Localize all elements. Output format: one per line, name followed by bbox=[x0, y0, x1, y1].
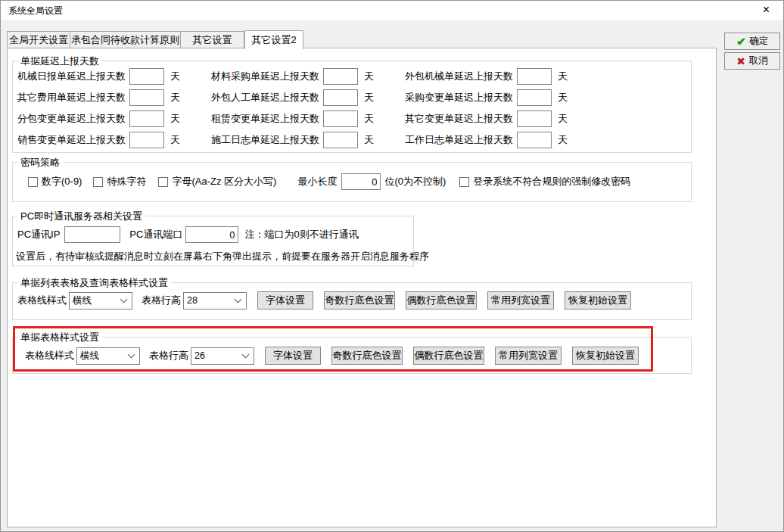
delay-days-input[interactable] bbox=[323, 89, 358, 106]
tab-global-switch-settings[interactable]: 全局开关设置 bbox=[7, 31, 70, 48]
delay-field-label: 其它变更单延迟上报天数 bbox=[405, 112, 517, 126]
delay-field: 机械日报单延迟上报天数天 bbox=[17, 68, 211, 85]
checkbox-digits[interactable] bbox=[28, 177, 38, 187]
pc-port-note: 注：端口为0则不进行通讯 bbox=[244, 228, 358, 241]
tab-other-settings[interactable]: 其它设置 bbox=[181, 31, 244, 48]
delay-days-input[interactable] bbox=[517, 132, 552, 148]
list-even-row-color-button[interactable]: 偶数行底色设置 bbox=[406, 291, 477, 310]
min-length-suffix: 位(0为不控制) bbox=[384, 175, 446, 188]
checkbox-special-chars-label: 特殊字符 bbox=[107, 175, 146, 188]
tab-contract-receivable-rules[interactable]: 承包合同待收款计算原则 bbox=[70, 31, 181, 48]
checkbox-force-password-change[interactable] bbox=[459, 177, 469, 187]
group-doc-table-style: 单据表格样式设置 表格线样式 横线 表格行高 26 字体设置 奇数行底色设置 偶… bbox=[12, 337, 692, 374]
delay-days-input[interactable] bbox=[323, 110, 358, 127]
doc-even-row-color-button[interactable]: 偶数行底色设置 bbox=[413, 347, 484, 365]
close-icon: × bbox=[763, 3, 770, 16]
line-style-label: 表格线样式 bbox=[25, 349, 74, 362]
row-height-label: 表格行高 bbox=[149, 349, 188, 362]
delay-field: 工作日志单延迟上报天数天 bbox=[405, 132, 688, 148]
password-policy-row: 数字(0-9) 特殊字符 字母(Aa-Zz 区分大小写) 最小长度 位(0为不控… bbox=[28, 174, 630, 189]
delay-days-input[interactable] bbox=[517, 89, 552, 106]
unit-label: 天 bbox=[558, 112, 568, 126]
delay-field-label: 租赁变更单延迟上报天数 bbox=[211, 112, 323, 126]
ok-button[interactable]: ✔ 确定 bbox=[724, 33, 780, 50]
doc-row-height-value: 26 bbox=[191, 350, 243, 361]
checkbox-letters[interactable] bbox=[158, 177, 168, 187]
doc-font-settings-button[interactable]: 字体设置 bbox=[265, 347, 321, 365]
list-reset-defaults-button[interactable]: 恢复初始设置 bbox=[565, 291, 631, 310]
unit-label: 天 bbox=[170, 91, 180, 104]
doc-column-width-button[interactable]: 常用列宽设置 bbox=[495, 347, 562, 365]
delay-field-label: 材料采购单延迟上报天数 bbox=[211, 70, 323, 83]
group-delay-report-days: 单据延迟上报天数 机械日报单延迟上报天数天 材料采购单延迟上报天数天 外包机械单… bbox=[12, 61, 692, 153]
list-column-width-button[interactable]: 常用列宽设置 bbox=[487, 291, 554, 310]
delay-days-input[interactable] bbox=[129, 68, 164, 85]
delay-days-input[interactable] bbox=[517, 68, 552, 85]
delay-field-label: 外包机械单延迟上报天数 bbox=[405, 70, 517, 83]
delay-days-input[interactable] bbox=[323, 68, 358, 85]
tab-page-other-settings-2: 单据延迟上报天数 机械日报单延迟上报天数天 材料采购单延迟上报天数天 外包机械单… bbox=[7, 48, 717, 527]
row-height-label: 表格行高 bbox=[142, 294, 181, 307]
chevron-down-icon bbox=[120, 296, 128, 303]
unit-label: 天 bbox=[364, 91, 374, 104]
doc-line-style-value: 横线 bbox=[77, 350, 129, 362]
doc-reset-defaults-button[interactable]: 恢复初始设置 bbox=[572, 347, 639, 365]
delay-field-label: 外包人工单延迟上报天数 bbox=[211, 91, 323, 104]
ok-button-label: 确定 bbox=[749, 35, 768, 48]
list-row-height-value: 28 bbox=[184, 295, 235, 306]
delay-days-input[interactable] bbox=[129, 89, 164, 106]
line-style-label: 表格线样式 bbox=[17, 294, 67, 307]
list-odd-row-color-button[interactable]: 奇数行底色设置 bbox=[324, 291, 395, 310]
pc-settings-row: PC通讯IP PC通讯端口 注：端口为0则不进行通讯 bbox=[17, 226, 359, 244]
chevron-down-icon bbox=[242, 351, 250, 359]
delay-field-label: 销售变更单延迟上报天数 bbox=[17, 133, 129, 147]
cancel-button-label: 取消 bbox=[749, 54, 768, 67]
checkbox-force-password-change-label: 登录系统不符合规则的强制修改密码 bbox=[473, 175, 630, 188]
unit-label: 天 bbox=[170, 70, 180, 83]
doc-line-style-select[interactable]: 横线 bbox=[76, 347, 140, 365]
list-line-style-select[interactable]: 横线 bbox=[69, 292, 132, 310]
unit-label: 天 bbox=[364, 112, 374, 126]
delay-field: 销售变更单延迟上报天数天 bbox=[17, 132, 211, 148]
unit-label: 天 bbox=[170, 133, 180, 147]
settings-dialog: 系统全局设置 × 全局开关设置 承包合同待收款计算原则 其它设置 其它设置2 ✔… bbox=[0, 0, 784, 532]
close-button[interactable]: × bbox=[749, 1, 783, 20]
titlebar: 系统全局设置 × bbox=[1, 1, 783, 20]
doc-odd-row-color-button[interactable]: 奇数行底色设置 bbox=[331, 347, 403, 365]
delay-field: 采购变更单延迟上报天数天 bbox=[405, 89, 688, 106]
delay-field: 材料采购单延迟上报天数天 bbox=[211, 68, 405, 85]
delay-days-input[interactable] bbox=[323, 132, 358, 148]
delay-grid: 机械日报单延迟上报天数天 材料采购单延迟上报天数天 外包机械单延迟上报天数天 其… bbox=[17, 68, 688, 148]
unit-label: 天 bbox=[558, 70, 568, 83]
cancel-button[interactable]: ✖ 取消 bbox=[724, 52, 780, 70]
list-line-style-value: 横线 bbox=[70, 294, 121, 307]
unit-label: 天 bbox=[364, 133, 374, 147]
delay-days-input[interactable] bbox=[517, 110, 552, 127]
delay-field-label: 采购变更单延迟上报天数 bbox=[405, 91, 517, 104]
list-table-style-row: 表格线样式 横线 表格行高 28 字体设置 奇数行底色设置 偶数行底色设置 常用… bbox=[17, 291, 631, 310]
unit-label: 天 bbox=[558, 133, 568, 147]
delay-field: 其它费用单延迟上报天数天 bbox=[17, 89, 211, 106]
min-length-input[interactable] bbox=[341, 173, 381, 190]
delay-field: 其它变更单延迟上报天数天 bbox=[405, 110, 688, 127]
delay-days-input[interactable] bbox=[129, 132, 164, 148]
doc-row-height-select[interactable]: 26 bbox=[191, 347, 254, 365]
delay-field-label: 工作日志单延迟上报天数 bbox=[405, 133, 517, 147]
group-pc-title: PC即时通讯服务器相关设置 bbox=[17, 210, 145, 222]
pc-ip-input[interactable] bbox=[64, 226, 120, 243]
dialog-title: 系统全局设置 bbox=[8, 1, 63, 20]
delay-field-label: 机械日报单延迟上报天数 bbox=[17, 70, 129, 83]
delay-days-input[interactable] bbox=[129, 110, 164, 127]
delay-field: 外包机械单延迟上报天数天 bbox=[405, 68, 688, 85]
chevron-down-icon bbox=[235, 296, 242, 303]
list-row-height-select[interactable]: 28 bbox=[183, 292, 247, 310]
tab-other-settings-2[interactable]: 其它设置2 bbox=[244, 30, 303, 49]
group-pc-messaging: PC即时通讯服务器相关设置 PC通讯IP PC通讯端口 注：端口为0则不进行通讯… bbox=[12, 216, 414, 266]
pc-port-input[interactable] bbox=[185, 226, 238, 243]
list-font-settings-button[interactable]: 字体设置 bbox=[257, 291, 313, 310]
checkbox-special-chars[interactable] bbox=[93, 177, 103, 187]
x-icon: ✖ bbox=[736, 55, 745, 67]
delay-field: 外包人工单延迟上报天数天 bbox=[211, 89, 405, 106]
delay-field-label: 分包变更单延迟上报天数 bbox=[17, 112, 129, 126]
pc-ip-label: PC通讯IP bbox=[17, 228, 60, 241]
